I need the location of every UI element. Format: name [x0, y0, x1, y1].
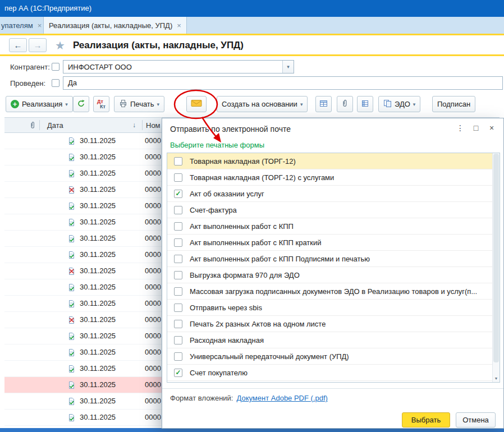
row-date: 30.11.2025 [80, 296, 116, 311]
kontragent-filter-checkbox[interactable] [52, 63, 59, 71]
date-column-header[interactable]: Дата [47, 121, 63, 130]
row-number: 0000 [145, 247, 161, 263]
number-column-header[interactable]: Ном [146, 121, 161, 130]
dialog-subtitle: Выберите печатные формы [170, 141, 264, 149]
combo-dropdown-button[interactable]: ▾ [282, 61, 294, 73]
list-scrollbar[interactable]: ▼ [492, 153, 500, 382]
checkbox-unchecked-icon[interactable] [174, 304, 182, 312]
attachments-button[interactable] [337, 96, 353, 112]
send-email-button[interactable] [186, 96, 207, 112]
checkbox-checked-icon[interactable]: ✓ [174, 369, 182, 377]
signed-button[interactable]: Подписан [432, 96, 475, 112]
columns-icon [361, 99, 369, 109]
forward-button[interactable]: → [29, 38, 47, 52]
toolbar: + Реализация ▾ Дт Кт Печать ▾ Создать на… [0, 96, 504, 114]
print-form-item[interactable]: Акт выполненных работ с КПП краткий [167, 235, 500, 251]
row-date: 30.11.2025 [80, 361, 116, 376]
cancel-button[interactable]: Отмена [456, 412, 496, 428]
accent-line [0, 54, 504, 56]
document-posted-icon [67, 365, 76, 373]
checkbox-unchecked-icon[interactable] [174, 255, 182, 263]
scrollbar-thumb[interactable] [493, 154, 499, 362]
print-form-item[interactable]: Печать 2х разных Актов на одном листе [167, 316, 500, 332]
row-number: 0000 [145, 263, 161, 279]
checkbox-unchecked-icon[interactable] [174, 352, 182, 361]
checkbox-unchecked-icon[interactable] [174, 320, 182, 328]
checkbox-unchecked-icon[interactable] [174, 173, 182, 182]
document-posted-icon [67, 381, 76, 389]
sort-desc-icon[interactable]: ↓ [132, 121, 136, 129]
back-button[interactable]: ← [9, 38, 27, 52]
dialog-close-button[interactable]: × [484, 122, 499, 134]
checkbox-unchecked-icon[interactable] [174, 222, 182, 231]
select-button[interactable]: Выбрать [402, 412, 450, 428]
scroll-down-icon[interactable]: ▼ [493, 375, 500, 382]
edo-button[interactable]: ЭДО ▾ [378, 96, 420, 112]
attachment-column-paperclip-icon[interactable] [29, 121, 36, 131]
print-form-item[interactable]: Акт выполненных работ с КПП Подписями и … [167, 251, 500, 267]
dialog-window-controls: ⋮ □ × [452, 122, 499, 134]
list-settings-button[interactable] [357, 96, 373, 112]
checkbox-unchecked-icon[interactable] [174, 206, 182, 214]
tab-label: упателям [1, 21, 33, 30]
row-number: 0000 [145, 133, 161, 149]
create-realization-button[interactable]: + Реализация ▾ [6, 96, 73, 112]
related-documents-button[interactable] [315, 96, 332, 112]
kontragent-combo[interactable]: ИНФОСТАРТ ООО ▾ [63, 60, 294, 73]
tab-buyers[interactable]: упателям × [0, 17, 44, 34]
tab-close-icon[interactable]: × [38, 21, 42, 30]
filter-proveden: Проведен: Да [10, 76, 503, 90]
print-form-item[interactable]: ✓Счет покупателю [167, 365, 500, 381]
print-form-label: Отправить через sbis [190, 304, 262, 312]
create-realization-label: Реализация [22, 100, 62, 108]
print-form-item[interactable]: Расходная накладная [167, 332, 500, 348]
print-form-item[interactable]: Выгрузка формата 970 для ЭДО [167, 267, 500, 283]
tab-label: Реализация (акты, накладные, УПД) [49, 21, 172, 30]
proveden-filter-checkbox[interactable] [52, 79, 59, 87]
row-number: 0000 [145, 344, 161, 360]
print-form-item[interactable]: Акт выполненных работ с КПП [167, 218, 500, 235]
print-form-label: Массовая загрузка подписанных документов… [190, 287, 477, 296]
row-date: 30.11.2025 [80, 377, 116, 393]
dialog-maximize-button[interactable]: □ [469, 122, 483, 134]
print-form-item[interactable]: Отправить через sbis [167, 300, 500, 316]
checkbox-unchecked-icon[interactable] [174, 336, 182, 344]
window-bottom-edge [0, 428, 504, 432]
print-form-item[interactable]: ✓Акт об оказании услуг [167, 186, 500, 202]
document-deleted-icon [67, 316, 76, 324]
checkbox-unchecked-icon[interactable] [174, 271, 182, 279]
print-button[interactable]: Печать ▾ [114, 96, 164, 112]
kt-label: Кт [100, 104, 106, 109]
document-posted-icon [67, 332, 76, 341]
plus-icon: + [11, 100, 19, 108]
page-header: ← → ★ Реализация (акты, накладные, УПД) [9, 38, 244, 52]
chevron-down-icon: ▾ [287, 64, 290, 70]
row-date: 30.11.2025 [80, 133, 116, 149]
checkbox-unchecked-icon[interactable] [174, 287, 182, 296]
document-posted-icon [67, 169, 76, 178]
send-email-dialog: Отправить по электронной почте ⋮ □ × Выб… [162, 118, 504, 429]
print-form-item[interactable]: Счет-фактура [167, 202, 500, 218]
checkbox-unchecked-icon[interactable] [174, 157, 182, 166]
tab-close-icon[interactable]: × [177, 21, 181, 30]
print-form-item[interactable]: Товарная накладная (ТОРГ-12) с услугами [167, 169, 500, 186]
checkbox-unchecked-icon[interactable] [174, 238, 182, 247]
print-form-label: Счет-фактура [190, 206, 237, 214]
refresh-button[interactable] [73, 96, 89, 112]
print-form-item[interactable]: Товарная накладная (ТОРГ-12) [167, 153, 500, 169]
create-based-on-button[interactable]: Создать на основании ▾ [217, 96, 308, 112]
envelope-icon [191, 99, 202, 109]
document-deleted-icon [67, 186, 76, 194]
print-form-item[interactable]: Массовая загрузка подписанных документов… [167, 283, 500, 300]
checkbox-checked-icon[interactable]: ✓ [174, 190, 182, 198]
tab-realization[interactable]: Реализация (акты, накладные, УПД) × [44, 17, 187, 34]
print-form-label: Акт выполненных работ с КПП Подписями и … [190, 255, 370, 263]
proveden-value-field[interactable]: Да [63, 76, 503, 90]
print-form-item[interactable]: Универсальный передаточный документ (УПД… [167, 348, 500, 365]
create-based-on-label: Создать на основании [222, 100, 297, 108]
format-link[interactable]: Документ Adobe PDF (.pdf) [236, 394, 327, 402]
format-label: Формат вложений: [170, 394, 233, 402]
dialog-menu-button[interactable]: ⋮ [453, 122, 468, 134]
dtkt-button[interactable]: Дт Кт [93, 96, 109, 112]
favorite-star-icon[interactable]: ★ [55, 39, 65, 52]
